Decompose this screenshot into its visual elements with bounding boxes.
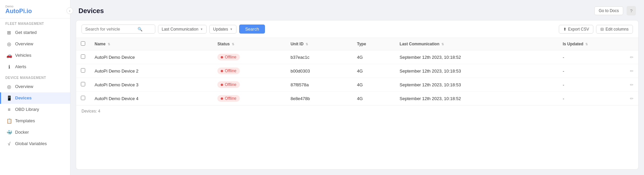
updates-filter[interactable]: Updates ▼ xyxy=(209,25,236,34)
sidebar-item-templates[interactable]: 📋 Templates xyxy=(0,115,70,127)
cell-type: 4G xyxy=(352,50,395,64)
cell-type: 4G xyxy=(352,92,395,105)
table-row: AutoPi Demo Device Offline b37eac1c 4G S… xyxy=(76,50,638,64)
search-input-wrap[interactable]: 🔍 xyxy=(82,25,155,34)
search-input[interactable] xyxy=(85,27,136,32)
row-checkbox[interactable] xyxy=(81,68,85,73)
row-checkbox[interactable] xyxy=(81,54,85,59)
sidebar-item-label: Get started xyxy=(15,30,37,35)
sidebar-item-label: OBD Library xyxy=(15,107,39,112)
cell-status: Offline xyxy=(213,64,286,78)
sidebar-item-docker[interactable]: 🐳 Docker xyxy=(0,127,70,138)
cell-status: Offline xyxy=(213,78,286,92)
is-updated-value: - xyxy=(563,96,564,101)
status-badge: Offline xyxy=(217,95,239,102)
status-badge: Offline xyxy=(217,81,239,88)
sidebar-item-device-overview[interactable]: ◎ Overview xyxy=(0,81,70,92)
cell-status: Offline xyxy=(213,92,286,105)
cell-type: 4G xyxy=(352,78,395,92)
page-title: Devices xyxy=(78,7,104,15)
row-checkbox-cell[interactable] xyxy=(76,78,90,92)
obd-icon: ≡ xyxy=(6,107,12,112)
sidebar-item-label: Vehicles xyxy=(15,53,31,58)
sidebar-item-label: Alerts xyxy=(15,64,26,69)
sort-icon: ⇅ xyxy=(232,43,234,46)
cell-last-comm: September 12th 2023, 10:18:52 xyxy=(395,50,558,64)
col-header-unit-id: Unit ID ⇅ xyxy=(286,38,352,50)
cell-is-updated: - ✏ xyxy=(558,64,638,78)
templates-icon: 📋 xyxy=(6,118,12,124)
main-content: Devices Go to Docs ? 🔍 Last Communicatio… xyxy=(70,0,644,175)
go-to-docs-button[interactable]: Go to Docs xyxy=(594,6,623,15)
select-all-header[interactable] xyxy=(76,38,90,50)
sort-icon: ⇅ xyxy=(441,43,444,46)
status-badge: Offline xyxy=(217,68,239,74)
cell-name: AutoPi Demo Device 3 xyxy=(90,78,213,92)
cell-type: 4G xyxy=(352,64,395,78)
variables-icon: √ xyxy=(6,141,12,146)
is-updated-value: - xyxy=(563,82,564,87)
table-row: AutoPi Demo Device 3 Offline 87f8578a 4G… xyxy=(76,78,638,92)
edit-cols-label: Edit columns xyxy=(605,27,629,32)
sidebar-item-fleet-overview[interactable]: ◎ Overview xyxy=(0,38,70,50)
select-all-checkbox[interactable] xyxy=(81,41,85,46)
fleet-section-label: Fleet Management xyxy=(0,18,70,27)
row-checkbox-cell[interactable] xyxy=(76,64,90,78)
sidebar-item-get-started[interactable]: ⊞ Get started xyxy=(0,27,70,38)
sort-icon: ⇅ xyxy=(306,43,308,46)
is-updated-value: - xyxy=(563,69,564,74)
chevron-down-icon: ▼ xyxy=(230,28,233,31)
edit-icon[interactable]: ✏ xyxy=(630,55,634,60)
sidebar-item-global-variables[interactable]: √ Global Variables xyxy=(0,138,70,149)
col-header-last-comm: Last Communication ⇅ xyxy=(395,38,558,50)
sidebar-item-label: Devices xyxy=(15,95,32,100)
row-checkbox-cell[interactable] xyxy=(76,50,90,64)
cell-unit-id: 8e8e478b xyxy=(286,92,352,105)
edit-columns-button[interactable]: ⊟ Edit columns xyxy=(596,25,633,34)
cell-unit-id: b37eac1c xyxy=(286,50,352,64)
page-header: Devices Go to Docs ? xyxy=(70,0,644,20)
status-badge: Offline xyxy=(217,54,239,60)
cell-last-comm: September 12th 2023, 10:18:52 xyxy=(395,92,558,105)
edit-icon[interactable]: ✏ xyxy=(630,96,634,101)
brand-name: AutoPi.io xyxy=(5,8,65,15)
sidebar-item-devices[interactable]: 📱 Devices xyxy=(0,92,70,104)
cell-unit-id: 87f8578a xyxy=(286,78,352,92)
sidebar-item-vehicles[interactable]: 🚗 Vehicles xyxy=(0,50,70,61)
table-header-row: Name ⇅ Status ⇅ Unit ID ⇅ Type Last Comm… xyxy=(76,38,638,50)
row-checkbox[interactable] xyxy=(81,96,85,100)
filter1-label: Last Communication xyxy=(162,27,198,32)
sidebar-item-label: Overview xyxy=(15,84,33,89)
export-csv-button[interactable]: ⬆ Export CSV xyxy=(559,25,594,34)
edit-icon[interactable]: ✏ xyxy=(630,82,634,87)
sidebar-item-alerts[interactable]: ℹ Alerts xyxy=(0,61,70,73)
devices-count: Devices: 4 xyxy=(76,105,638,117)
header-actions: Go to Docs ? xyxy=(594,6,636,15)
col-header-name: Name ⇅ xyxy=(90,38,213,50)
cell-name: AutoPi Demo Device 2 xyxy=(90,64,213,78)
table-row: AutoPi Demo Device 2 Offline b00d0303 4G… xyxy=(76,64,638,78)
filter2-label: Updates xyxy=(213,27,228,32)
row-checkbox[interactable] xyxy=(81,82,85,86)
col-header-is-updated: Is Updated ⇅ xyxy=(558,38,638,50)
devices-table: Name ⇅ Status ⇅ Unit ID ⇅ Type Last Comm… xyxy=(76,38,638,105)
row-checkbox-cell[interactable] xyxy=(76,92,90,105)
sidebar-collapse-button[interactable]: ‹ xyxy=(66,7,73,14)
cell-last-comm: September 12th 2023, 10:18:53 xyxy=(395,64,558,78)
help-button[interactable]: ? xyxy=(627,6,636,15)
devices-icon: 📱 xyxy=(6,95,12,101)
table-body: AutoPi Demo Device Offline b37eac1c 4G S… xyxy=(76,50,638,105)
devices-table-card: 🔍 Last Communication ▼ Updates ▼ Search … xyxy=(76,20,639,170)
overview2-icon: ◎ xyxy=(6,84,12,89)
logo: Demo AutoPi.io xyxy=(0,0,70,18)
docker-icon: 🐳 xyxy=(6,130,12,135)
table-row: AutoPi Demo Device 4 Offline 8e8e478b 4G… xyxy=(76,92,638,105)
sidebar-item-obd-library[interactable]: ≡ OBD Library xyxy=(0,104,70,115)
search-button[interactable]: Search xyxy=(239,25,265,34)
col-header-status: Status ⇅ xyxy=(213,38,286,50)
edit-icon[interactable]: ✏ xyxy=(630,69,634,74)
sort-icon: ⇅ xyxy=(585,43,588,46)
status-dot xyxy=(221,70,223,72)
last-communication-filter[interactable]: Last Communication ▼ xyxy=(158,25,207,34)
overview-icon: ◎ xyxy=(6,41,12,47)
